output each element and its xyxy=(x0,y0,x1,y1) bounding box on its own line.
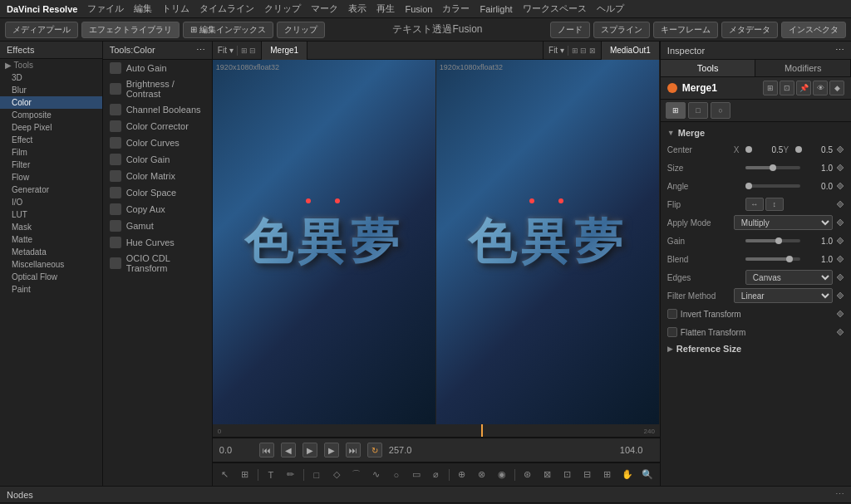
inspector-tab-tools[interactable]: Tools xyxy=(661,60,756,76)
tc-play-btn[interactable]: ▶ xyxy=(303,443,317,458)
tool-brightness-contrast[interactable]: Brightness / Contrast xyxy=(103,76,212,101)
prop-invert-checkbox[interactable] xyxy=(667,309,677,319)
tool-select-btn[interactable]: □ xyxy=(307,467,326,483)
node-btn[interactable]: ノード xyxy=(550,22,590,38)
tool-pan-btn[interactable]: ✋ xyxy=(618,467,637,483)
prop-invert-keyframe-diamond[interactable] xyxy=(836,310,844,318)
inspector-eye-btn[interactable]: 👁 xyxy=(813,81,828,95)
merge-section-header[interactable]: ▼ Merge xyxy=(661,125,851,140)
effects-item-effect[interactable]: Effect xyxy=(0,134,102,146)
fit-label-right[interactable]: Fit ▾ xyxy=(548,46,564,55)
tc-prev-frame-btn[interactable]: ◀ xyxy=(281,443,296,458)
prop-apply-mode-select[interactable]: Normal Screen Dissolve Darken Multiply C… xyxy=(734,215,833,230)
spline-btn[interactable]: スプライン xyxy=(593,22,650,38)
menu-play[interactable]: 再生 xyxy=(376,2,395,15)
tool-ocio-cdl[interactable]: OCIO CDL Transform xyxy=(103,251,212,276)
inspector-more-icon[interactable]: ⋯ xyxy=(835,45,844,56)
effects-item-lut[interactable]: LUT xyxy=(0,208,102,221)
effects-item-blur[interactable]: Blur xyxy=(0,84,102,96)
effects-item-mask[interactable]: Mask xyxy=(0,221,102,233)
tc-current-value[interactable]: 104.0 xyxy=(620,445,653,455)
inspector-subtab-1[interactable]: ⊞ xyxy=(666,102,686,119)
timeline-playhead[interactable] xyxy=(481,424,483,437)
tool-bezier-btn[interactable]: ⌒ xyxy=(347,467,366,483)
effects-item-io[interactable]: I/O xyxy=(0,196,102,208)
prop-angle-slider[interactable] xyxy=(745,184,800,188)
nodes-more-btn[interactable]: ⋯ xyxy=(835,489,844,500)
tool-color-corrector[interactable]: Color Corrector xyxy=(103,118,212,135)
tool-bspline-btn[interactable]: ∿ xyxy=(367,467,386,483)
effects-item-generator[interactable]: Generator xyxy=(0,183,102,196)
fit-label-left[interactable]: Fit ▾ xyxy=(218,46,234,55)
timeline-ruler[interactable]: 0 240 xyxy=(213,424,660,438)
prop-gain-keyframe-diamond[interactable] xyxy=(836,237,844,245)
tool-quad-btn[interactable]: ⊞ xyxy=(236,467,254,483)
prop-blend-thumb[interactable] xyxy=(786,256,793,262)
tool-color-gain[interactable]: Color Gain xyxy=(103,151,212,168)
menu-file[interactable]: ファイル xyxy=(87,2,124,15)
tool-rect-btn[interactable]: ▭ xyxy=(407,467,426,483)
inspector-tab-modifiers[interactable]: Modifiers xyxy=(755,60,851,76)
effects-item-matte[interactable]: Matte xyxy=(0,233,102,246)
tc-next-frame-btn[interactable]: ▶ xyxy=(324,443,339,458)
menu-workspace[interactable]: ワークスペース xyxy=(523,2,587,15)
prop-edges-keyframe-diamond[interactable] xyxy=(836,273,844,281)
effects-item-color[interactable]: Color xyxy=(0,96,102,109)
tool-grid-btn[interactable]: ⊠ xyxy=(539,467,557,483)
menu-mark[interactable]: マーク xyxy=(311,2,338,15)
tool-circle-btn[interactable]: ○ xyxy=(387,467,406,483)
prop-size-value[interactable]: 1.0 xyxy=(804,164,833,173)
tool-text-btn[interactable]: T xyxy=(262,467,280,483)
effects-library-btn[interactable]: エフェクトライブラリ xyxy=(81,22,180,38)
tool-smear-btn[interactable]: ⊗ xyxy=(473,467,491,483)
tool-color-space[interactable]: Color Space xyxy=(103,184,212,201)
tool-paint-btn[interactable]: ✏ xyxy=(282,467,300,483)
prop-blend-value[interactable]: 1.0 xyxy=(804,255,833,264)
effects-item-filter[interactable]: Filter xyxy=(0,159,102,171)
prop-filter-method-select[interactable]: Nearest Neighbor Linear Quadratic Cubic xyxy=(734,288,833,303)
menu-fairlight[interactable]: Fairlight xyxy=(480,4,512,14)
tool-zoom-btn[interactable]: 🔍 xyxy=(638,467,657,483)
prop-center-keyframe-diamond[interactable] xyxy=(836,145,844,154)
prop-gain-value[interactable]: 1.0 xyxy=(804,237,833,246)
tool-clone-btn[interactable]: ⊕ xyxy=(453,467,471,483)
prop-flatten-keyframe-diamond[interactable] xyxy=(836,328,844,336)
tool-color-curves[interactable]: Color Curves xyxy=(103,135,212,151)
effects-item-film[interactable]: Film xyxy=(0,146,102,159)
inspector-btn[interactable]: インスペクタ xyxy=(781,22,846,38)
effects-item-composite[interactable]: Composite xyxy=(0,109,102,121)
tool-channel-booleans[interactable]: Channel Booleans xyxy=(103,101,212,118)
viewer-tab-merge1[interactable]: Merge1 xyxy=(262,42,307,60)
effects-item-misc[interactable]: Miscellaneous xyxy=(0,258,102,271)
prop-center-x-slider[interactable] xyxy=(747,148,751,151)
inspector-subtab-3[interactable]: ○ xyxy=(711,102,730,119)
menu-timeline[interactable]: タイムライン xyxy=(199,2,254,15)
viewer-tab-mediaout1[interactable]: MediaOut1 xyxy=(602,42,660,60)
menu-view[interactable]: 表示 xyxy=(348,2,366,15)
prop-size-thumb[interactable] xyxy=(770,164,776,171)
tool-crop-btn[interactable]: ⊟ xyxy=(578,467,597,483)
prop-size-keyframe-diamond[interactable] xyxy=(836,164,844,172)
prop-edges-select[interactable]: Canvas Wrap Duplicate Mirror xyxy=(745,270,833,285)
prop-flatten-checkbox[interactable] xyxy=(667,327,677,337)
tool-pointer-btn[interactable]: ↖ xyxy=(216,467,234,483)
prop-center-x-thumb[interactable] xyxy=(745,146,752,153)
tool-warp-btn[interactable]: ⌀ xyxy=(427,467,445,483)
effects-item-flow[interactable]: Flow xyxy=(0,171,102,183)
reference-size-header[interactable]: ▶ Reference Size xyxy=(661,341,851,356)
prop-angle-thumb[interactable] xyxy=(745,183,752,189)
keyframe-btn[interactable]: キーフレーム xyxy=(653,22,718,38)
prop-center-x-value[interactable]: 0.5 xyxy=(754,145,783,154)
prop-size-slider[interactable] xyxy=(745,166,800,169)
effects-section-tools[interactable]: ▶ Tools xyxy=(0,59,102,71)
inspector-pin-btn[interactable]: 📌 xyxy=(796,81,811,95)
effects-item-paint[interactable]: Paint xyxy=(0,283,102,296)
prop-blend-slider[interactable] xyxy=(745,257,800,261)
prop-gain-thumb[interactable] xyxy=(775,237,782,244)
edit-index-btn[interactable]: ⊞ 編集インデックス xyxy=(183,22,273,38)
tool-color-matrix[interactable]: Color Matrix xyxy=(103,168,212,184)
flip-v-btn[interactable]: ↕ xyxy=(765,198,784,211)
tool-gamut[interactable]: Gamut xyxy=(103,218,212,234)
inspector-view-btn[interactable]: ⊞ xyxy=(763,81,778,95)
clip-btn[interactable]: クリップ xyxy=(277,22,325,38)
